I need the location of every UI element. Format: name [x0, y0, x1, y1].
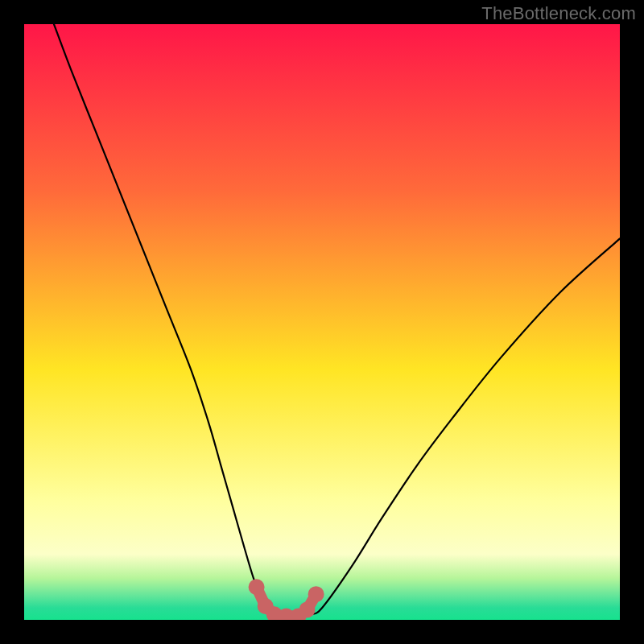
watermark-text: TheBottleneck.com — [481, 3, 636, 24]
outer-frame: TheBottleneck.com — [0, 0, 644, 644]
plot-area — [24, 24, 620, 620]
bottleneck-chart — [24, 24, 620, 620]
gradient-background — [24, 24, 620, 620]
